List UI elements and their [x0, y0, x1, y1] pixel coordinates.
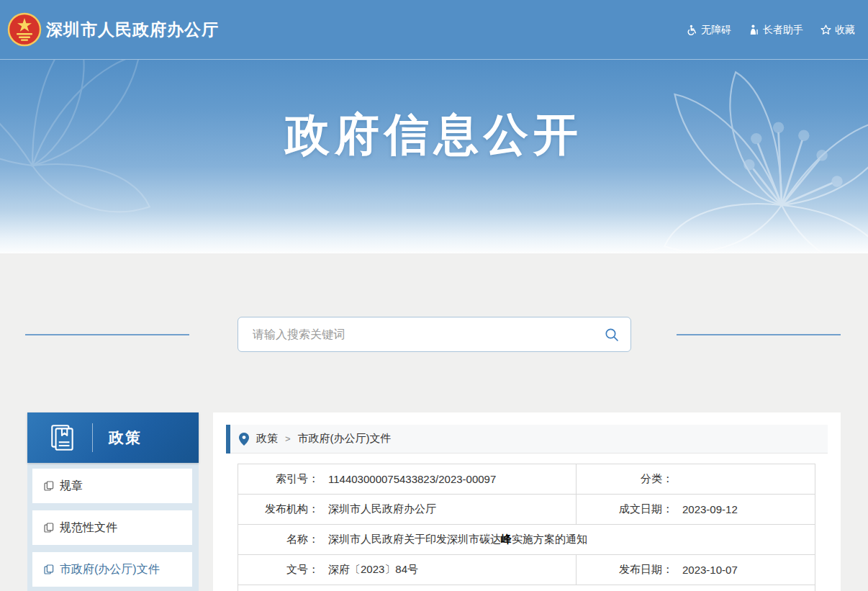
issue-date-cell: 成文日期： 2023-09-12: [577, 495, 815, 524]
elder-assist-label: 长者助手: [763, 24, 803, 37]
document-number-label: 文号：: [238, 563, 319, 577]
breadcrumb-item-current[interactable]: 市政府(办公厅)文件: [298, 432, 392, 446]
header-links: 无障碍 长者助手 收藏: [687, 0, 855, 60]
issue-date-value: 2023-09-12: [682, 503, 738, 515]
table-row: 文号： 深府〔2023〕84号 发布日期： 2023-10-07: [238, 555, 815, 585]
issue-date-label: 成文日期：: [577, 502, 673, 516]
location-pin-icon: [239, 433, 249, 446]
book-icon: [48, 423, 78, 453]
category-label: 分类：: [577, 472, 673, 486]
banner: 政府信息公开: [0, 60, 868, 253]
document-icon: [44, 481, 54, 491]
site-title: 深圳市人民政府办公厅: [46, 0, 219, 60]
accessibility-label: 无障碍: [701, 24, 731, 37]
document-name-highlight: 峰: [501, 533, 512, 545]
elder-assist-icon: [749, 24, 759, 35]
document-name-prefix: 深圳市人民政府关于印发深圳市碳达: [328, 533, 501, 545]
site-header: 深圳市人民政府办公厅 无障碍 长者助手 收藏: [0, 0, 868, 60]
main-panel: 政策 > 市政府(办公厅)文件 索引号： 114403000075433823/…: [213, 412, 841, 591]
document-name-suffix: 实施方案的通知: [512, 533, 587, 545]
breadcrumb: 政策 > 市政府(办公厅)文件: [226, 425, 828, 454]
breadcrumb-separator: >: [285, 433, 291, 444]
sidebar-item-label: 规章: [60, 479, 83, 494]
document-number-value: 深府〔2023〕84号: [328, 563, 418, 577]
publish-date-value: 2023-10-07: [682, 564, 738, 576]
sidebar-item-normative-documents[interactable]: 规范性文件: [32, 510, 192, 545]
sidebar-header-divider: [92, 423, 93, 452]
accessibility-link[interactable]: 无障碍: [687, 24, 731, 37]
document-icon: [44, 523, 54, 533]
elder-assist-link[interactable]: 长者助手: [749, 24, 803, 37]
empty-cell: [238, 585, 815, 591]
index-number-cell: 索引号： 114403000075433823/2023-00097: [238, 464, 577, 494]
document-icon: [44, 564, 54, 574]
agency-label: 发布机构：: [238, 502, 319, 516]
search-button[interactable]: [593, 317, 630, 351]
accessibility-icon: [687, 24, 697, 35]
search-icon: [604, 327, 620, 343]
search-bar: [238, 317, 631, 352]
sidebar: 政策 规章 规范性文件 市政府(办公厅)文件: [27, 412, 199, 591]
sidebar-item-label: 规范性文件: [60, 520, 117, 536]
search-divider-right: [677, 334, 841, 335]
index-number-label: 索引号：: [238, 472, 319, 486]
table-row: 发布机构： 深圳市人民政府办公厅 成文日期： 2023-09-12: [238, 495, 815, 525]
sidebar-item-municipal-documents[interactable]: 市政府(办公厅)文件: [32, 552, 192, 587]
sidebar-item-label: 市政府(办公厅)文件: [60, 562, 160, 577]
search-input[interactable]: [238, 317, 593, 351]
sidebar-menu: 规章 规范性文件 市政府(办公厅)文件: [27, 463, 199, 587]
agency-cell: 发布机构： 深圳市人民政府办公厅: [238, 495, 577, 524]
document-name-value: 深圳市人民政府关于印发深圳市碳达峰实施方案的通知: [328, 533, 587, 546]
index-number-value: 114403000075433823/2023-00097: [328, 473, 496, 485]
publish-date-label: 发布日期：: [577, 563, 673, 577]
star-icon: [820, 24, 831, 35]
sidebar-item-regulations[interactable]: 规章: [32, 469, 192, 503]
breadcrumb-item-policy[interactable]: 政策: [256, 432, 278, 446]
category-cell: 分类：: [577, 464, 815, 494]
document-info-table: 索引号： 114403000075433823/2023-00097 分类： 发…: [238, 464, 815, 591]
page-title: 政府信息公开: [0, 104, 868, 165]
favorite-link[interactable]: 收藏: [820, 24, 855, 37]
table-row: 索引号： 114403000075433823/2023-00097 分类：: [238, 464, 815, 495]
favorite-label: 收藏: [835, 24, 855, 37]
document-name-cell: 名称： 深圳市人民政府关于印发深圳市碳达峰实施方案的通知: [238, 525, 815, 554]
agency-value: 深圳市人民政府办公厅: [328, 502, 436, 516]
publish-date-cell: 发布日期： 2023-10-07: [577, 555, 815, 585]
breadcrumb-accent-bar: [226, 425, 230, 454]
national-emblem-icon: [7, 12, 42, 47]
search-divider-left: [25, 334, 189, 335]
document-name-label: 名称：: [238, 533, 319, 546]
table-row: 名称： 深圳市人民政府关于印发深圳市碳达峰实施方案的通知: [238, 525, 815, 555]
sidebar-header: 政策: [27, 412, 199, 463]
sidebar-header-label: 政策: [109, 428, 142, 448]
table-row-partial: [238, 585, 815, 591]
document-number-cell: 文号： 深府〔2023〕84号: [238, 555, 577, 585]
